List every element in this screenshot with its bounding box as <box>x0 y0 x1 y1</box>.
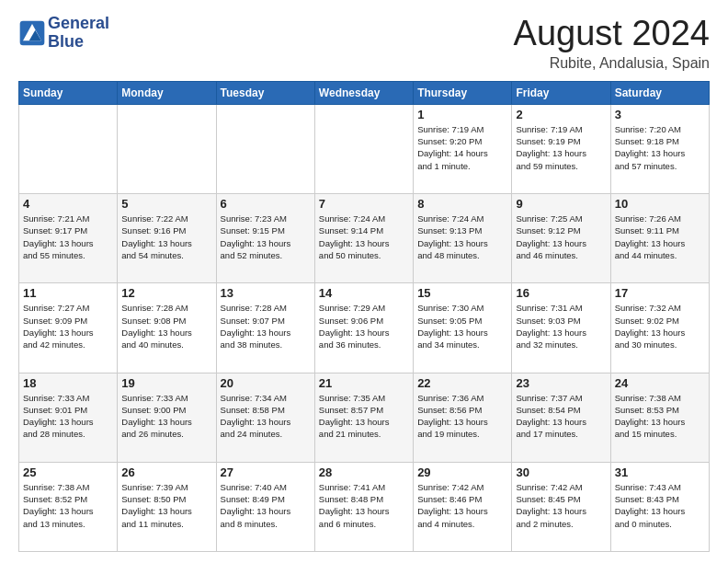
day-info-7: Sunrise: 7:24 AM Sunset: 9:14 PM Dayligh… <box>319 213 409 261</box>
cell-w4-d0: 25Sunrise: 7:38 AM Sunset: 8:52 PM Dayli… <box>19 462 118 551</box>
cell-w2-d6: 17Sunrise: 7:32 AM Sunset: 9:02 PM Dayli… <box>610 283 709 373</box>
day-number-16: 16 <box>516 286 606 300</box>
day-number-9: 9 <box>516 197 606 211</box>
day-info-13: Sunrise: 7:28 AM Sunset: 9:07 PM Dayligh… <box>221 302 311 350</box>
day-number-19: 19 <box>121 376 211 390</box>
day-number-13: 13 <box>221 286 311 300</box>
logo-icon <box>18 19 46 47</box>
day-info-20: Sunrise: 7:34 AM Sunset: 8:58 PM Dayligh… <box>221 392 311 441</box>
cell-w3-d5: 23Sunrise: 7:37 AM Sunset: 8:54 PM Dayli… <box>512 373 610 462</box>
day-number-4: 4 <box>23 197 113 211</box>
cell-w2-d2: 13Sunrise: 7:28 AM Sunset: 9:07 PM Dayli… <box>216 283 314 373</box>
day-number-22: 22 <box>417 376 507 390</box>
cell-w0-d1 <box>118 104 216 193</box>
page: General Blue August 2024 Rubite, Andalus… <box>0 0 728 563</box>
cell-w4-d5: 30Sunrise: 7:42 AM Sunset: 8:45 PM Dayli… <box>512 462 610 551</box>
day-info-30: Sunrise: 7:42 AM Sunset: 8:45 PM Dayligh… <box>516 481 606 530</box>
col-thursday: Thursday <box>414 81 512 104</box>
day-info-26: Sunrise: 7:39 AM Sunset: 8:50 PM Dayligh… <box>121 481 211 530</box>
calendar-table: Sunday Monday Tuesday Wednesday Thursday… <box>18 81 710 552</box>
header: General Blue August 2024 Rubite, Andalus… <box>18 15 710 72</box>
day-number-31: 31 <box>615 465 705 479</box>
day-number-17: 17 <box>615 286 705 300</box>
cell-w1-d6: 10Sunrise: 7:26 AM Sunset: 9:11 PM Dayli… <box>610 194 709 283</box>
day-number-5: 5 <box>121 197 211 211</box>
col-tuesday: Tuesday <box>216 81 314 104</box>
cell-w2-d1: 12Sunrise: 7:28 AM Sunset: 9:08 PM Dayli… <box>118 283 216 373</box>
cell-w0-d3 <box>314 104 413 193</box>
col-monday: Monday <box>118 81 216 104</box>
day-info-2: Sunrise: 7:19 AM Sunset: 9:19 PM Dayligh… <box>516 123 606 172</box>
cell-w4-d1: 26Sunrise: 7:39 AM Sunset: 8:50 PM Dayli… <box>118 462 216 551</box>
cell-w2-d4: 15Sunrise: 7:30 AM Sunset: 9:05 PM Dayli… <box>414 283 512 373</box>
cell-w2-d5: 16Sunrise: 7:31 AM Sunset: 9:03 PM Dayli… <box>512 283 610 373</box>
day-info-28: Sunrise: 7:41 AM Sunset: 8:48 PM Dayligh… <box>319 481 409 530</box>
day-info-8: Sunrise: 7:24 AM Sunset: 9:13 PM Dayligh… <box>417 213 507 261</box>
day-info-18: Sunrise: 7:33 AM Sunset: 9:01 PM Dayligh… <box>23 392 113 441</box>
cell-w1-d3: 7Sunrise: 7:24 AM Sunset: 9:14 PM Daylig… <box>314 194 413 283</box>
day-info-9: Sunrise: 7:25 AM Sunset: 9:12 PM Dayligh… <box>516 213 606 261</box>
day-number-1: 1 <box>417 108 507 121</box>
logo-line1: General <box>48 15 109 33</box>
day-info-23: Sunrise: 7:37 AM Sunset: 8:54 PM Dayligh… <box>516 392 606 441</box>
day-number-23: 23 <box>516 376 606 390</box>
day-number-18: 18 <box>23 376 113 390</box>
month-title: August 2024 <box>514 15 710 53</box>
col-wednesday: Wednesday <box>314 81 413 104</box>
cell-w0-d2 <box>216 104 314 193</box>
day-info-16: Sunrise: 7:31 AM Sunset: 9:03 PM Dayligh… <box>516 302 606 350</box>
day-info-24: Sunrise: 7:38 AM Sunset: 8:53 PM Dayligh… <box>615 392 705 441</box>
col-sunday: Sunday <box>19 81 118 104</box>
day-number-8: 8 <box>417 197 507 211</box>
cell-w0-d0 <box>19 104 118 193</box>
header-row: Sunday Monday Tuesday Wednesday Thursday… <box>19 81 710 104</box>
day-number-2: 2 <box>516 108 606 121</box>
cell-w4-d2: 27Sunrise: 7:40 AM Sunset: 8:49 PM Dayli… <box>216 462 314 551</box>
day-info-12: Sunrise: 7:28 AM Sunset: 9:08 PM Dayligh… <box>121 302 211 350</box>
day-info-4: Sunrise: 7:21 AM Sunset: 9:17 PM Dayligh… <box>23 213 113 261</box>
week-row-1: 4Sunrise: 7:21 AM Sunset: 9:17 PM Daylig… <box>19 194 710 283</box>
day-info-14: Sunrise: 7:29 AM Sunset: 9:06 PM Dayligh… <box>319 302 409 350</box>
cell-w2-d0: 11Sunrise: 7:27 AM Sunset: 9:09 PM Dayli… <box>19 283 118 373</box>
day-info-21: Sunrise: 7:35 AM Sunset: 8:57 PM Dayligh… <box>319 392 409 441</box>
day-info-3: Sunrise: 7:20 AM Sunset: 9:18 PM Dayligh… <box>615 123 705 172</box>
cell-w3-d3: 21Sunrise: 7:35 AM Sunset: 8:57 PM Dayli… <box>314 373 413 462</box>
day-info-27: Sunrise: 7:40 AM Sunset: 8:49 PM Dayligh… <box>221 481 311 530</box>
cell-w3-d4: 22Sunrise: 7:36 AM Sunset: 8:56 PM Dayli… <box>414 373 512 462</box>
week-row-0: 1Sunrise: 7:19 AM Sunset: 9:20 PM Daylig… <box>19 104 710 193</box>
title-area: August 2024 Rubite, Andalusia, Spain <box>514 15 710 72</box>
cell-w0-d5: 2Sunrise: 7:19 AM Sunset: 9:19 PM Daylig… <box>512 104 610 193</box>
logo: General Blue <box>18 15 109 52</box>
day-info-19: Sunrise: 7:33 AM Sunset: 9:00 PM Dayligh… <box>121 392 211 441</box>
logo-text: General Blue <box>48 15 109 52</box>
day-number-10: 10 <box>615 197 705 211</box>
day-info-5: Sunrise: 7:22 AM Sunset: 9:16 PM Dayligh… <box>121 213 211 261</box>
cell-w3-d1: 19Sunrise: 7:33 AM Sunset: 9:00 PM Dayli… <box>118 373 216 462</box>
day-number-11: 11 <box>23 286 113 300</box>
day-info-1: Sunrise: 7:19 AM Sunset: 9:20 PM Dayligh… <box>417 123 507 172</box>
col-friday: Friday <box>512 81 610 104</box>
cell-w1-d4: 8Sunrise: 7:24 AM Sunset: 9:13 PM Daylig… <box>414 194 512 283</box>
logo-line2: Blue <box>48 33 109 52</box>
cell-w3-d0: 18Sunrise: 7:33 AM Sunset: 9:01 PM Dayli… <box>19 373 118 462</box>
cell-w1-d0: 4Sunrise: 7:21 AM Sunset: 9:17 PM Daylig… <box>19 194 118 283</box>
day-info-29: Sunrise: 7:42 AM Sunset: 8:46 PM Dayligh… <box>417 481 507 530</box>
day-number-28: 28 <box>319 465 409 479</box>
day-number-25: 25 <box>23 465 113 479</box>
cell-w1-d2: 6Sunrise: 7:23 AM Sunset: 9:15 PM Daylig… <box>216 194 314 283</box>
cell-w4-d3: 28Sunrise: 7:41 AM Sunset: 8:48 PM Dayli… <box>314 462 413 551</box>
day-info-10: Sunrise: 7:26 AM Sunset: 9:11 PM Dayligh… <box>615 213 705 261</box>
day-info-31: Sunrise: 7:43 AM Sunset: 8:43 PM Dayligh… <box>615 481 705 530</box>
day-number-27: 27 <box>221 465 311 479</box>
day-number-24: 24 <box>615 376 705 390</box>
day-number-6: 6 <box>221 197 311 211</box>
day-number-26: 26 <box>121 465 211 479</box>
col-saturday: Saturday <box>610 81 709 104</box>
day-number-30: 30 <box>516 465 606 479</box>
day-number-7: 7 <box>319 197 409 211</box>
cell-w4-d4: 29Sunrise: 7:42 AM Sunset: 8:46 PM Dayli… <box>414 462 512 551</box>
day-number-20: 20 <box>221 376 311 390</box>
cell-w4-d6: 31Sunrise: 7:43 AM Sunset: 8:43 PM Dayli… <box>610 462 709 551</box>
day-info-22: Sunrise: 7:36 AM Sunset: 8:56 PM Dayligh… <box>417 392 507 441</box>
day-info-6: Sunrise: 7:23 AM Sunset: 9:15 PM Dayligh… <box>221 213 311 261</box>
